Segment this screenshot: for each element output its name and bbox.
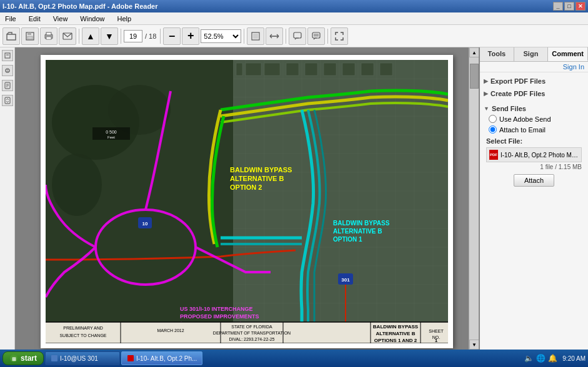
svg-rect-15 xyxy=(5,53,10,58)
svg-rect-2 xyxy=(27,32,31,35)
menu-file[interactable]: File xyxy=(2,14,19,24)
zoom-out-button[interactable]: – xyxy=(163,27,181,45)
panel-toggle-3[interactable] xyxy=(2,80,13,91)
comment2-button[interactable] xyxy=(307,27,325,45)
export-header[interactable]: ▶ Export PDF Files xyxy=(484,76,584,86)
adobe-send-option[interactable]: Use Adobe Send xyxy=(484,114,584,124)
open-button[interactable] xyxy=(2,27,20,45)
file-size: 1 file / 1.15 MB xyxy=(484,164,584,172)
tab-tools[interactable]: Tools xyxy=(480,47,514,61)
vertical-scrollbar[interactable]: ▲ ▼ xyxy=(469,47,479,350)
svg-text:ALTERNATIVE B: ALTERNATIVE B xyxy=(376,331,416,336)
file-name: I-10- Alt.B, Opt.2 Photo Map.pdf xyxy=(501,152,579,159)
attach-email-option[interactable]: Attach to Email xyxy=(484,124,584,135)
svg-text:SUBJECT TO CHANGE: SUBJECT TO CHANGE xyxy=(59,333,106,338)
menu-edit[interactable]: Edit xyxy=(26,14,43,24)
svg-rect-54 xyxy=(286,63,299,76)
adobe-send-radio[interactable] xyxy=(489,115,497,123)
svg-rect-106 xyxy=(127,355,134,361)
separator2 xyxy=(121,29,121,44)
comment1-button[interactable] xyxy=(289,27,306,45)
panel-toggle-4[interactable] xyxy=(2,95,13,106)
panel-toggle-2[interactable] xyxy=(2,65,13,76)
svg-text:STATE OF FLORIDA: STATE OF FLORIDA xyxy=(231,325,272,329)
taskbar-icon-network: 🌐 xyxy=(536,354,546,363)
taskbar: ⊞ start I-10@US 301 I-10- Alt.B, Opt.2 P… xyxy=(0,350,588,367)
svg-rect-11 xyxy=(294,32,301,38)
fit-width-button[interactable] xyxy=(266,27,283,45)
svg-text:⊞: ⊞ xyxy=(12,356,16,362)
scroll-track[interactable] xyxy=(469,57,479,340)
svg-rect-6 xyxy=(46,37,51,39)
left-panel xyxy=(0,47,15,350)
scroll-thumb[interactable] xyxy=(470,64,479,89)
svg-rect-3 xyxy=(27,36,32,39)
svg-text:SHEET: SHEET xyxy=(429,329,444,333)
menu-help[interactable]: Help xyxy=(114,14,134,24)
taskbar-item-2[interactable]: I-10- Alt.B, Opt.2 Ph... xyxy=(121,351,202,365)
attach-email-label: Attach to Email xyxy=(499,126,546,134)
svg-text:0   500: 0 500 xyxy=(106,130,117,134)
adobe-send-label: Use Adobe Send xyxy=(499,115,551,123)
svg-text:BALDWIN BYPASS: BALDWIN BYPASS xyxy=(373,324,419,330)
select-file-label: Select File: xyxy=(484,135,584,146)
save-button[interactable] xyxy=(21,27,39,45)
scroll-up-button[interactable]: ▲ xyxy=(469,47,479,57)
svg-rect-58 xyxy=(361,63,374,76)
minimize-button[interactable]: _ xyxy=(553,2,563,11)
attach-email-radio[interactable] xyxy=(489,125,497,134)
taskbar-item-1[interactable]: I-10@US 301 xyxy=(45,351,120,365)
svg-rect-9 xyxy=(253,34,258,39)
svg-text:PROPOSED IMPROVEMENTS: PROPOSED IMPROVEMENTS xyxy=(180,313,259,320)
create-header[interactable]: ▶ Create PDF Files xyxy=(484,89,584,99)
right-panel-tabs: Tools Sign Comment xyxy=(480,47,588,62)
fit-page-button[interactable] xyxy=(247,27,264,45)
pdf-page: 10 90 301 0 500 Feet BALDWIN BYPASS ALTE… xyxy=(41,55,453,348)
tab-comment[interactable]: Comment xyxy=(548,47,588,61)
prev-page-button[interactable]: ▲ xyxy=(82,27,99,45)
menu-view[interactable]: View xyxy=(51,14,71,24)
export-arrow: ▶ xyxy=(484,78,488,84)
svg-text:ALTERNATIVE B: ALTERNATIVE B xyxy=(230,175,284,182)
pdf-content: 10 90 301 0 500 Feet BALDWIN BYPASS ALTE… xyxy=(46,60,448,343)
export-label: Export PDF Files xyxy=(491,77,546,85)
close-button[interactable]: ✕ xyxy=(576,2,586,11)
separator6 xyxy=(327,29,328,44)
tab-sign[interactable]: Sign xyxy=(514,47,549,61)
next-page-button[interactable]: ▼ xyxy=(101,27,118,45)
panel-content: ▶ Export PDF Files ▶ Create PDF Files ▼ … xyxy=(480,72,588,350)
svg-text:OPTIONS 1 AND 2: OPTIONS 1 AND 2 xyxy=(374,338,417,343)
svg-text:DEPARTMENT OF TRANSPORTATION: DEPARTMENT OF TRANSPORTATION xyxy=(213,331,291,335)
start-button[interactable]: ⊞ start xyxy=(2,351,44,365)
attach-button[interactable]: Attach xyxy=(514,174,554,187)
zoom-in-button[interactable]: + xyxy=(182,27,199,45)
pdf-viewer[interactable]: 10 90 301 0 500 Feet BALDWIN BYPASS ALTE… xyxy=(15,47,479,350)
print-button[interactable] xyxy=(40,27,57,45)
svg-text:Feet: Feet xyxy=(107,135,115,139)
zoom-select[interactable]: 52.5% 100% 75% 50% 25% xyxy=(201,29,241,43)
file-item: PDF I-10- Alt.B, Opt.2 Photo Map.pdf xyxy=(486,147,582,162)
email-button[interactable] xyxy=(59,27,76,45)
create-section: ▶ Create PDF Files xyxy=(484,89,584,99)
send-arrow: ▼ xyxy=(484,105,489,112)
clock: 9:20 AM xyxy=(560,355,586,362)
scroll-down-button[interactable]: ▼ xyxy=(469,340,479,350)
send-files-section: ▼ Send Files Use Adobe Send Attach to Em… xyxy=(484,101,584,192)
svg-text:MARCH 2012: MARCH 2012 xyxy=(157,328,184,333)
send-header[interactable]: ▼ Send Files xyxy=(484,104,584,114)
sign-in-link[interactable]: Sign In xyxy=(480,62,588,72)
title-bar-text: I-10- Alt.B, Opt.2 Photo Map.pdf - Adobe… xyxy=(2,2,158,10)
menu-window[interactable]: Window xyxy=(77,14,107,24)
taskbar-right: 🔈 🌐 🔔 9:20 AM xyxy=(524,354,586,363)
svg-rect-51 xyxy=(236,63,242,76)
expand-button[interactable] xyxy=(331,27,348,45)
export-section: ▶ Export PDF Files xyxy=(484,76,584,86)
separator xyxy=(79,29,79,44)
svg-rect-5 xyxy=(46,32,51,35)
svg-point-62 xyxy=(52,154,102,216)
maximize-button[interactable]: □ xyxy=(564,2,574,11)
svg-text:PRELIMINARY AND: PRELIMINARY AND xyxy=(63,326,103,330)
svg-text:US 301/I-10 INTERCHANGE: US 301/I-10 INTERCHANGE xyxy=(180,306,253,312)
page-number-input[interactable] xyxy=(124,30,142,42)
panel-toggle-1[interactable] xyxy=(2,50,13,61)
